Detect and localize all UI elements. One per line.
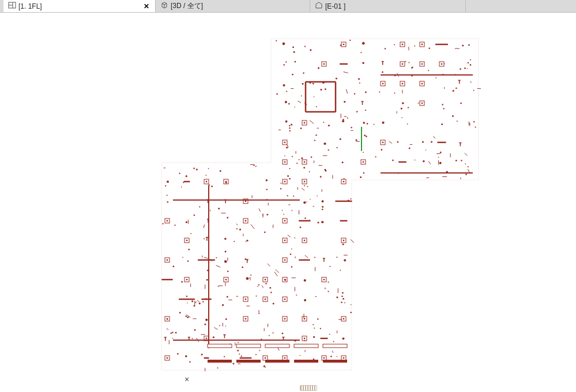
svg-rect-94 bbox=[284, 259, 285, 261]
svg-point-605 bbox=[208, 184, 210, 186]
svg-rect-108 bbox=[304, 122, 305, 123]
svg-point-464 bbox=[323, 122, 324, 123]
svg-point-313 bbox=[304, 217, 306, 218]
svg-point-278 bbox=[303, 167, 305, 169]
svg-point-373 bbox=[162, 223, 163, 224]
svg-point-167 bbox=[382, 122, 384, 124]
svg-point-347 bbox=[182, 257, 183, 258]
svg-line-340 bbox=[465, 153, 468, 156]
svg-line-576 bbox=[204, 257, 208, 258]
svg-point-341 bbox=[426, 150, 427, 151]
svg-point-382 bbox=[220, 170, 221, 172]
svg-point-542 bbox=[341, 296, 343, 297]
svg-point-322 bbox=[347, 118, 348, 119]
svg-rect-183 bbox=[421, 83, 423, 84]
svg-line-242 bbox=[344, 72, 348, 73]
svg-rect-173 bbox=[402, 63, 403, 65]
svg-point-613 bbox=[282, 333, 284, 334]
svg-point-527 bbox=[313, 359, 315, 360]
svg-rect-643 bbox=[236, 344, 261, 348]
svg-point-529 bbox=[340, 270, 341, 271]
sheet-icon bbox=[315, 1, 323, 11]
svg-point-392 bbox=[317, 318, 318, 319]
svg-rect-635 bbox=[306, 82, 336, 112]
svg-point-516 bbox=[196, 169, 198, 171]
svg-point-240 bbox=[355, 139, 357, 141]
svg-point-24 bbox=[187, 261, 189, 262]
svg-point-443 bbox=[304, 340, 305, 341]
svg-point-200 bbox=[461, 160, 462, 161]
svg-line-609 bbox=[346, 89, 347, 94]
svg-point-349 bbox=[213, 337, 214, 338]
svg-point-357 bbox=[276, 93, 278, 95]
svg-point-191 bbox=[442, 104, 443, 105]
svg-point-469 bbox=[304, 46, 306, 47]
svg-rect-20 bbox=[184, 181, 190, 182]
svg-point-466 bbox=[224, 261, 225, 262]
floor-plan-canvas[interactable] bbox=[0, 13, 576, 379]
svg-point-559 bbox=[452, 115, 454, 117]
svg-point-521 bbox=[299, 355, 300, 356]
svg-rect-84 bbox=[284, 142, 285, 143]
svg-line-515 bbox=[197, 300, 199, 302]
svg-point-257 bbox=[255, 354, 257, 355]
svg-point-41 bbox=[206, 279, 208, 281]
svg-point-355 bbox=[468, 44, 470, 46]
svg-point-575 bbox=[475, 126, 476, 127]
svg-point-28 bbox=[187, 316, 189, 318]
svg-point-438 bbox=[216, 257, 217, 258]
svg-point-487 bbox=[259, 350, 261, 351]
svg-point-376 bbox=[283, 214, 284, 215]
svg-point-263 bbox=[247, 240, 249, 242]
svg-point-362 bbox=[224, 356, 225, 357]
split-grip[interactable] bbox=[300, 385, 317, 391]
svg-rect-114 bbox=[299, 220, 310, 221]
svg-rect-641 bbox=[208, 344, 232, 348]
svg-point-471 bbox=[329, 334, 330, 335]
svg-rect-88 bbox=[284, 181, 285, 182]
svg-rect-139 bbox=[340, 63, 348, 65]
close-icon[interactable]: ✕ bbox=[142, 2, 150, 10]
svg-rect-59 bbox=[245, 201, 246, 202]
svg-point-70 bbox=[266, 179, 268, 181]
svg-point-584 bbox=[177, 353, 179, 355]
svg-point-624 bbox=[408, 107, 409, 108]
svg-point-208 bbox=[199, 303, 201, 304]
svg-point-225 bbox=[340, 44, 341, 46]
svg-rect-645 bbox=[265, 344, 289, 348]
svg-rect-46 bbox=[204, 357, 209, 359]
svg-point-568 bbox=[294, 238, 295, 239]
svg-point-291 bbox=[187, 303, 188, 304]
svg-point-221 bbox=[225, 326, 226, 327]
svg-point-625 bbox=[296, 295, 297, 296]
svg-rect-73 bbox=[265, 279, 266, 280]
svg-point-455 bbox=[351, 127, 352, 128]
svg-point-220 bbox=[363, 172, 364, 174]
svg-point-594 bbox=[367, 123, 368, 125]
tab-sheet-e01[interactable]: [E-01 ] bbox=[310, 0, 466, 12]
svg-point-541 bbox=[265, 283, 267, 285]
svg-point-286 bbox=[441, 123, 443, 125]
svg-point-410 bbox=[333, 341, 334, 342]
svg-point-629 bbox=[175, 332, 177, 334]
svg-rect-12 bbox=[167, 259, 168, 261]
tab-plan-1fl[interactable]: [1. 1FL] ✕ bbox=[3, 0, 156, 12]
svg-point-31 bbox=[185, 355, 187, 357]
svg-line-424 bbox=[428, 161, 431, 164]
svg-point-352 bbox=[174, 225, 175, 226]
svg-rect-175 bbox=[402, 83, 403, 84]
svg-point-270 bbox=[379, 91, 380, 92]
tab-3d-all[interactable]: [3D / 全て] bbox=[156, 0, 310, 12]
svg-point-237 bbox=[375, 156, 377, 157]
svg-point-79 bbox=[283, 64, 284, 65]
svg-point-55 bbox=[225, 318, 227, 320]
svg-point-478 bbox=[173, 266, 175, 267]
svg-point-128 bbox=[322, 200, 324, 202]
svg-point-437 bbox=[320, 176, 322, 178]
svg-rect-68 bbox=[245, 318, 246, 319]
svg-point-582 bbox=[282, 210, 283, 211]
svg-point-389 bbox=[320, 89, 322, 91]
svg-point-477 bbox=[238, 342, 239, 343]
svg-rect-146 bbox=[340, 220, 348, 221]
svg-point-51 bbox=[224, 238, 226, 239]
